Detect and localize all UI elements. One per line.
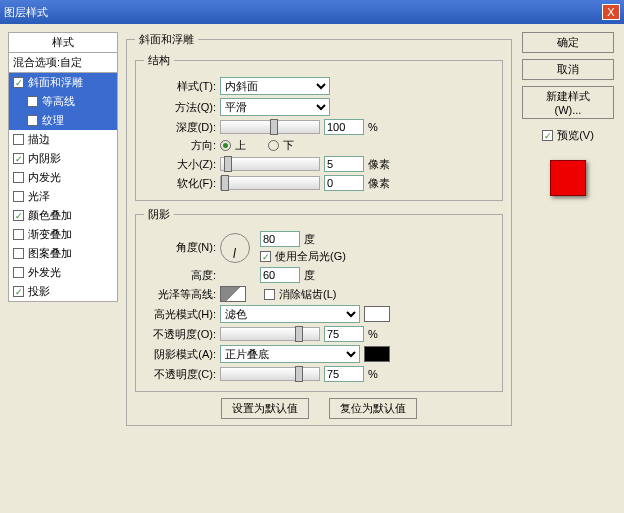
global-light-label: 使用全局光(G) [275,249,346,264]
preview-checkbox[interactable] [542,130,553,141]
blend-options[interactable]: 混合选项:自定 [8,53,118,73]
style-item-label: 投影 [28,284,50,299]
style-checkbox[interactable] [13,286,24,297]
cancel-button[interactable]: 取消 [522,59,614,80]
size-input[interactable] [324,156,364,172]
style-checkbox[interactable] [13,248,24,259]
style-item-label: 等高线 [42,94,75,109]
shading-group: 阴影 角度(N): 度 使用全局光(G) [135,207,503,392]
shadow-mode-select[interactable]: 正片叠底 [220,345,360,363]
style-checkbox[interactable] [13,134,24,145]
highlight-mode-label: 高光模式(H): [144,307,216,322]
window-title: 图层样式 [4,5,48,20]
pct-unit3: % [368,368,378,380]
down-label: 下 [283,138,294,153]
ok-button[interactable]: 确定 [522,32,614,53]
style-item-label: 描边 [28,132,50,147]
global-light-checkbox[interactable] [260,251,271,262]
style-item[interactable]: 外发光 [9,263,117,282]
antialias-label: 消除锯齿(L) [279,287,336,302]
style-label: 样式(T): [144,79,216,94]
style-item[interactable]: 内发光 [9,168,117,187]
style-item[interactable]: 内阴影 [9,149,117,168]
px-unit: 像素 [368,157,390,172]
styles-panel: 样式 混合选项:自定 斜面和浮雕等高线纹理描边内阴影内发光光泽颜色叠加渐变叠加图… [8,32,118,432]
style-item-label: 颜色叠加 [28,208,72,223]
technique-select[interactable]: 平滑 [220,98,330,116]
styles-header: 样式 [8,32,118,53]
direction-up-radio[interactable] [220,140,231,151]
gloss-contour-label: 光泽等高线: [144,287,216,302]
altitude-label: 高度: [144,268,216,283]
style-item[interactable]: 等高线 [9,92,117,111]
direction-down-radio[interactable] [268,140,279,151]
style-item[interactable]: 描边 [9,130,117,149]
style-item[interactable]: 光泽 [9,187,117,206]
bevel-legend: 斜面和浮雕 [135,32,198,47]
style-checkbox[interactable] [13,77,24,88]
soften-label: 软化(F): [144,176,216,191]
structure-legend: 结构 [144,53,174,68]
px-unit2: 像素 [368,176,390,191]
style-item[interactable]: 纹理 [9,111,117,130]
angle-dial[interactable] [220,233,250,263]
antialias-checkbox[interactable] [264,289,275,300]
style-checkbox[interactable] [13,172,24,183]
style-item-label: 图案叠加 [28,246,72,261]
structure-group: 结构 样式(T): 内斜面 方法(Q): 平滑 深度(D): % 方向: [135,53,503,201]
direction-label: 方向: [144,138,216,153]
angle-input[interactable] [260,231,300,247]
size-slider[interactable] [220,157,320,171]
style-item[interactable]: 颜色叠加 [9,206,117,225]
preview-label: 预览(V) [557,128,594,143]
style-checkbox[interactable] [13,267,24,278]
style-select[interactable]: 内斜面 [220,77,330,95]
style-checkbox[interactable] [13,210,24,221]
depth-label: 深度(D): [144,120,216,135]
close-icon[interactable]: X [602,4,620,20]
style-checkbox[interactable] [13,153,24,164]
depth-slider[interactable] [220,120,320,134]
reset-default-button[interactable]: 复位为默认值 [329,398,417,419]
depth-input[interactable] [324,119,364,135]
bevel-group: 斜面和浮雕 结构 样式(T): 内斜面 方法(Q): 平滑 深度(D): % [126,32,512,426]
style-checkbox[interactable] [13,191,24,202]
shadow-opacity-input[interactable] [324,366,364,382]
style-item-label: 内发光 [28,170,61,185]
style-item-label: 渐变叠加 [28,227,72,242]
highlight-opacity-slider[interactable] [220,327,320,341]
style-item[interactable]: 斜面和浮雕 [9,73,117,92]
preview-swatch [550,160,586,196]
shadow-opacity-label: 不透明度(C): [144,367,216,382]
altitude-input[interactable] [260,267,300,283]
style-item[interactable]: 投影 [9,282,117,301]
style-checkbox[interactable] [27,96,38,107]
style-item[interactable]: 渐变叠加 [9,225,117,244]
make-default-button[interactable]: 设置为默认值 [221,398,309,419]
style-checkbox[interactable] [27,115,38,126]
shadow-mode-label: 阴影模式(A): [144,347,216,362]
style-item-label: 光泽 [28,189,50,204]
shading-legend: 阴影 [144,207,174,222]
technique-label: 方法(Q): [144,100,216,115]
shadow-opacity-slider[interactable] [220,367,320,381]
style-item-label: 内阴影 [28,151,61,166]
soften-slider[interactable] [220,176,320,190]
soften-input[interactable] [324,175,364,191]
deg-unit: 度 [304,232,315,247]
style-checkbox[interactable] [13,229,24,240]
highlight-color-swatch[interactable] [364,306,390,322]
gloss-contour-picker[interactable] [220,286,246,302]
pct-unit2: % [368,328,378,340]
style-item[interactable]: 图案叠加 [9,244,117,263]
highlight-opacity-input[interactable] [324,326,364,342]
shadow-color-swatch[interactable] [364,346,390,362]
style-item-label: 纹理 [42,113,64,128]
deg-unit2: 度 [304,268,315,283]
highlight-mode-select[interactable]: 滤色 [220,305,360,323]
up-label: 上 [235,138,246,153]
style-item-label: 外发光 [28,265,61,280]
highlight-opacity-label: 不透明度(O): [144,327,216,342]
titlebar: 图层样式 X [0,0,624,24]
new-style-button[interactable]: 新建样式(W)... [522,86,614,119]
